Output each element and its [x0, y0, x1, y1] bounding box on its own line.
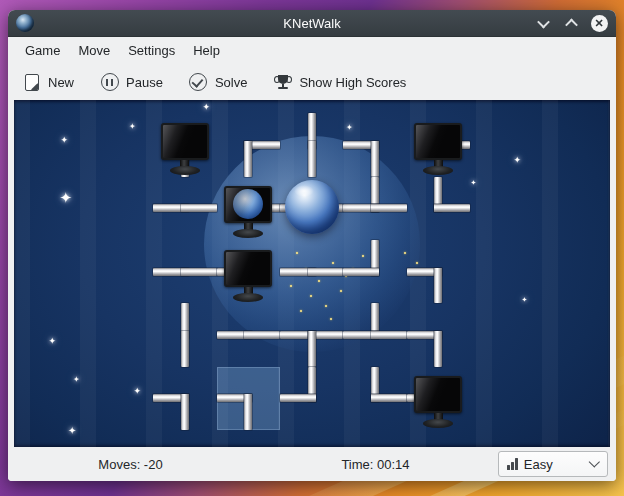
star-sparkle-icon: ✦: [203, 103, 211, 112]
terminal-monitor-connected[interactable]: [224, 186, 272, 241]
city-light-dot: [404, 252, 406, 254]
solve-button[interactable]: Solve: [189, 73, 248, 92]
cell-pipe[interactable]: [371, 141, 379, 177]
monitor-stand-base: [170, 166, 200, 175]
star-sparkle-icon: ✦: [514, 156, 522, 165]
city-light-dot: [330, 318, 332, 320]
menu-help[interactable]: Help: [184, 37, 229, 63]
cell-pipe[interactable]: [371, 331, 407, 339]
city-light-dot: [340, 290, 342, 292]
moves-status: Moves: -20: [8, 457, 253, 472]
terminal-monitor[interactable]: [224, 250, 272, 305]
city-light-dot: [416, 262, 418, 264]
titlebar[interactable]: KNetWalk ✕: [8, 10, 616, 37]
server-globe[interactable]: [285, 180, 339, 234]
cell-pipe[interactable]: [371, 394, 407, 402]
new-button[interactable]: New: [22, 73, 74, 92]
close-button[interactable]: ✕: [590, 14, 608, 32]
star-sparkle-icon: ✦: [61, 136, 69, 145]
menu-game[interactable]: Game: [16, 37, 69, 63]
star-sparkle-icon: ✦: [134, 387, 142, 396]
cell-pipe[interactable]: [434, 204, 470, 212]
new-label: New: [48, 75, 74, 90]
pause-button[interactable]: Pause: [100, 73, 163, 92]
cell-pipe[interactable]: [181, 204, 217, 212]
monitor-stand-base: [233, 293, 263, 302]
cell-pipe[interactable]: [181, 394, 189, 430]
monitor-screen: [161, 123, 209, 160]
difficulty-dropdown[interactable]: Easy: [498, 451, 608, 477]
difficulty-bars-icon: [507, 458, 518, 470]
city-light-dot: [318, 280, 320, 282]
menubar: Game Move Settings Help: [8, 37, 616, 63]
toolbar: New Pause Solve Show High Scores: [8, 63, 616, 101]
knetwalk-window: KNetWalk ✕ Game Move Settings Help New P…: [8, 10, 616, 481]
star-sparkle-icon: ✦: [49, 337, 57, 346]
cell-pipe[interactable]: [308, 268, 344, 276]
monitor-stand-base: [233, 229, 263, 238]
new-document-icon: [22, 73, 41, 92]
statusbar: Moves: -20 Time: 00:14 Easy: [8, 447, 616, 481]
city-light-dot: [362, 255, 364, 257]
terminal-monitor[interactable]: [161, 123, 209, 178]
city-light-dot: [325, 305, 327, 307]
cell-pipe[interactable]: [371, 204, 407, 212]
monitor-screen-sheen: [416, 125, 460, 158]
game-board[interactable]: ✦✦✦✦✦✦✦✦✦✦✦✦: [14, 100, 610, 447]
monitor-stand-base: [423, 166, 453, 175]
menu-settings[interactable]: Settings: [119, 37, 184, 63]
city-light-dot: [332, 262, 334, 264]
monitor-screen: [224, 186, 272, 223]
chevron-down-icon: [537, 15, 550, 28]
chevron-up-icon: [565, 18, 578, 31]
pause-circle-icon: [100, 73, 119, 92]
close-x-icon: ✕: [591, 15, 608, 32]
monitor-screen-sheen: [163, 125, 207, 158]
cell-pipe[interactable]: [181, 268, 217, 276]
cell-pipe[interactable]: [434, 268, 442, 304]
minimize-button[interactable]: [534, 14, 552, 32]
monitor-screen-sheen: [416, 378, 460, 411]
cell-pipe[interactable]: [244, 141, 252, 177]
trophy-icon: [273, 73, 292, 92]
maximize-button[interactable]: [562, 14, 580, 32]
star-sparkle-icon: ✦: [346, 124, 353, 132]
star-sparkle-icon: ✦: [129, 123, 136, 131]
terminal-monitor[interactable]: [414, 376, 462, 431]
time-status: Time: 00:14: [253, 457, 498, 472]
difficulty-value: Easy: [524, 457, 553, 472]
star-sparkle-icon: ✦: [68, 426, 76, 436]
monitor-stand-base: [423, 419, 453, 428]
monitor-screen-sheen: [226, 188, 270, 221]
star-sparkle-icon: ✦: [471, 179, 477, 186]
menu-move[interactable]: Move: [69, 37, 119, 63]
monitor-screen-sheen: [226, 252, 270, 285]
city-light-dot: [296, 252, 298, 254]
monitor-screen: [414, 123, 462, 160]
star-sparkle-icon: ✦: [73, 376, 80, 384]
cell-pipe[interactable]: [244, 394, 252, 430]
cell-pipe[interactable]: [280, 394, 316, 402]
cell-pipe[interactable]: [181, 331, 189, 367]
solve-check-icon: [189, 73, 208, 92]
star-sparkle-icon: ✦: [60, 190, 73, 205]
cell-pipe[interactable]: [308, 141, 316, 177]
cell-pipe[interactable]: [308, 331, 316, 367]
terminal-monitor[interactable]: [414, 123, 462, 178]
cell-pipe[interactable]: [434, 331, 442, 367]
city-light-dot: [300, 310, 302, 312]
chevron-down-icon: [589, 456, 600, 467]
monitor-screen: [414, 376, 462, 413]
show-high-scores-label: Show High Scores: [299, 75, 406, 90]
city-light-dot: [310, 295, 312, 297]
city-light-dot: [290, 285, 292, 287]
solve-label: Solve: [215, 75, 248, 90]
monitor-screen: [224, 250, 272, 287]
window-title: KNetWalk: [8, 16, 616, 31]
cell-pipe[interactable]: [343, 268, 379, 276]
pause-label: Pause: [126, 75, 163, 90]
star-sparkle-icon: ✦: [522, 296, 528, 303]
cell-pipe[interactable]: [244, 331, 280, 339]
show-high-scores-button[interactable]: Show High Scores: [273, 73, 406, 92]
